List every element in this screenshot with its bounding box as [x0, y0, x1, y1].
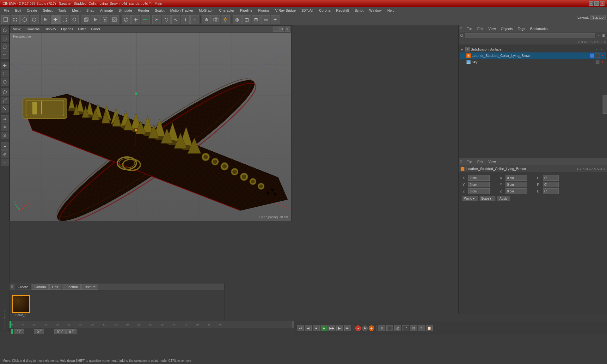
- object-item-subdivision[interactable]: ▶ ⊞ Subdivision Surface ✓ ✓: [460, 46, 606, 52]
- apply-button[interactable]: Apply: [497, 196, 510, 201]
- menu-snap[interactable]: Snap: [84, 8, 97, 13]
- timeline-ruler[interactable]: 0 5 10 15 20 25 30 35 40 45 50 55 60 65 …: [9, 321, 294, 328]
- menu-3dto-all[interactable]: 3DToAll: [299, 8, 316, 13]
- toolbar-select[interactable]: [41, 15, 50, 24]
- toolbar-light[interactable]: [221, 15, 230, 24]
- sky-vis-red[interactable]: ●: [600, 60, 604, 64]
- start-frame-input[interactable]: [14, 329, 24, 334]
- toolbar-mode-model[interactable]: [1, 15, 10, 24]
- obj-menu-tags[interactable]: Tags: [516, 26, 527, 31]
- toolbar-render-settings[interactable]: [110, 15, 119, 24]
- collar-tag-1[interactable]: [590, 53, 594, 58]
- y-size-input[interactable]: [506, 182, 527, 187]
- next-frame-button[interactable]: ▶|: [336, 325, 343, 331]
- vp-menu-panel[interactable]: Panel: [89, 27, 102, 32]
- mat-tab-texture[interactable]: Texture: [81, 284, 98, 290]
- vp-menu-filter[interactable]: Filter: [76, 27, 88, 32]
- attr-menu-view[interactable]: View: [487, 159, 498, 164]
- obj-layer-icon[interactable]: ☰: [601, 33, 606, 38]
- sidebar-edge-cut[interactable]: [1, 105, 9, 112]
- autokey-button[interactable]: A: [362, 325, 368, 331]
- vp-maximize-btn[interactable]: ⊡: [279, 27, 284, 32]
- view-toggle-2[interactable]: ⬛: [386, 325, 393, 331]
- obj-menu-edit[interactable]: Edit: [475, 26, 485, 31]
- x-size-input[interactable]: [506, 175, 527, 181]
- vp-menu-options[interactable]: Options: [59, 27, 75, 32]
- viewport[interactable]: View Cameras Display Options Filter Pane…: [9, 25, 291, 221]
- goto-start-button[interactable]: ⏮: [297, 325, 304, 331]
- toolbar-display[interactable]: ◫: [242, 15, 251, 24]
- fps-input[interactable]: [66, 329, 77, 334]
- scale-dropdown[interactable]: Scale ▾: [480, 196, 495, 201]
- menu-mesh[interactable]: Mesh: [70, 8, 83, 13]
- sidebar-move[interactable]: [1, 62, 9, 69]
- collar-vis-red[interactable]: ●: [600, 53, 604, 58]
- view-toggle-6[interactable]: ≡: [418, 325, 425, 331]
- menu-sculpt[interactable]: Sculpt: [152, 8, 167, 13]
- toolbar-nurbs[interactable]: ⌇: [181, 15, 190, 24]
- menu-plugins[interactable]: Plugins: [255, 8, 272, 13]
- prev-frame-button[interactable]: ◀: [305, 325, 312, 331]
- sidebar-spline-pen[interactable]: [1, 97, 9, 104]
- menu-pipeline[interactable]: Pipeline: [237, 8, 255, 13]
- viewport-canvas[interactable]: Perspective: [10, 33, 291, 221]
- sidebar-mirror[interactable]: ⇔: [1, 115, 9, 123]
- p-input[interactable]: [543, 182, 559, 187]
- toolbar-mode-edges[interactable]: [20, 15, 29, 24]
- toolbar-render-region[interactable]: [101, 15, 109, 24]
- toolbar-spline[interactable]: ∿: [171, 15, 180, 24]
- toolbar-deformer[interactable]: ⌁: [190, 15, 199, 24]
- current-frame-input[interactable]: [34, 329, 44, 334]
- mat-tab-edit[interactable]: Edit: [49, 284, 61, 290]
- toolbar-rotate[interactable]: [70, 15, 79, 24]
- view-toggle-7[interactable]: 📋: [426, 325, 433, 331]
- vp-menu-cameras[interactable]: Cameras: [24, 27, 42, 32]
- menu-file[interactable]: File: [1, 8, 12, 13]
- search-input[interactable]: [465, 33, 595, 38]
- toolbar-sky-toggle[interactable]: ☀: [271, 15, 279, 24]
- toolbar-brush[interactable]: ⬡: [162, 15, 171, 24]
- obj-menu-view[interactable]: View: [487, 26, 498, 31]
- sidebar-rect-select[interactable]: [1, 35, 9, 42]
- close-button[interactable]: ✕: [600, 1, 604, 6]
- view-toggle-5[interactable]: ⊡: [410, 325, 417, 331]
- obj-check-all-icon[interactable]: ✓: [596, 33, 601, 38]
- sidebar-rotate[interactable]: [1, 78, 9, 86]
- y-position-input[interactable]: [468, 182, 490, 187]
- x-position-input[interactable]: [468, 175, 490, 181]
- z-size-input[interactable]: [506, 188, 527, 194]
- sky-check1[interactable]: [596, 60, 599, 64]
- mat-tab-function[interactable]: Function: [62, 284, 81, 290]
- toolbar-mode-polygons[interactable]: [30, 15, 39, 24]
- menu-script[interactable]: Script: [352, 8, 366, 13]
- toolbar-knife[interactable]: ✂: [152, 15, 161, 24]
- play-button[interactable]: ▶: [321, 325, 328, 331]
- sidebar-polygon[interactable]: [1, 88, 9, 96]
- view-toggle-4[interactable]: P: [402, 325, 409, 331]
- vp-settings-btn[interactable]: ⚙: [285, 27, 290, 32]
- sidebar-freehand[interactable]: [1, 51, 9, 59]
- menu-character[interactable]: Character: [217, 8, 237, 13]
- b-input[interactable]: [543, 188, 559, 194]
- sidebar-s-icon[interactable]: S: [1, 132, 9, 139]
- object-item-sky[interactable]: Sky ●: [460, 59, 606, 65]
- play-reverse-button[interactable]: ▶▶: [328, 325, 335, 331]
- attr-menu-file[interactable]: File: [465, 159, 474, 164]
- toolbar-xref[interactable]: ⊕: [202, 15, 211, 24]
- toolbar-camera-btn[interactable]: [212, 15, 220, 24]
- collar-tag-2[interactable]: [595, 53, 599, 58]
- menu-mograph[interactable]: MoGraph: [196, 8, 216, 13]
- key-button[interactable]: ◆: [369, 325, 374, 331]
- maximize-button[interactable]: □: [594, 1, 599, 6]
- goto-end-button[interactable]: ⏭: [344, 325, 351, 331]
- vp-expand-btn[interactable]: ↕: [273, 27, 279, 32]
- end-frame-input[interactable]: [54, 329, 66, 334]
- toolbar-solo[interactable]: ◎: [233, 15, 242, 24]
- obj-menu-bookmarks[interactable]: Bookmarks: [528, 26, 549, 31]
- record-button[interactable]: ●: [355, 325, 361, 331]
- view-toggle-3[interactable]: ◎: [394, 325, 401, 331]
- menu-animate[interactable]: Animate: [98, 8, 115, 13]
- sidebar-sculpt-smooth[interactable]: ≈: [1, 159, 9, 166]
- toolbar-scale[interactable]: [60, 15, 69, 24]
- menu-corona[interactable]: Corona: [316, 8, 333, 13]
